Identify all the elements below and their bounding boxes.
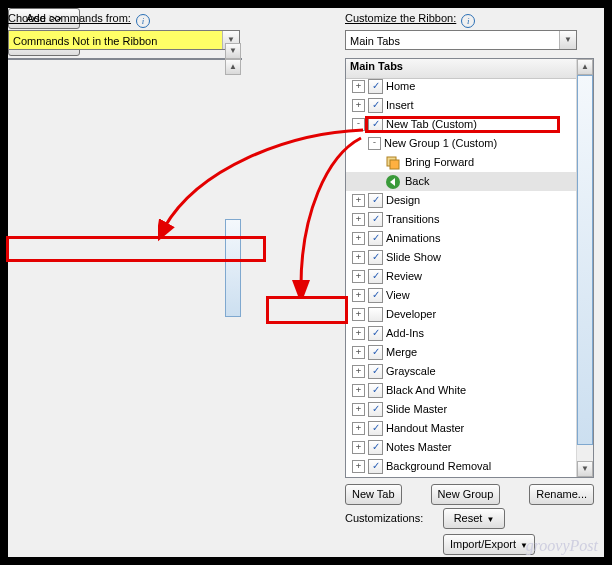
tree-expander[interactable]: + (352, 384, 365, 397)
tree-checkbox[interactable]: ✓ (368, 231, 383, 246)
tree-node[interactable]: -✓New Tab (Custom) (346, 115, 577, 134)
tree-checkbox[interactable]: ✓ (368, 79, 383, 94)
tree-node[interactable]: +✓Review (346, 267, 577, 286)
tree-node[interactable]: Back (346, 172, 577, 191)
bring-forward-icon (384, 154, 402, 172)
tree-label: Merge (386, 343, 417, 362)
scroll-up-button[interactable]: ▲ (225, 59, 241, 75)
tree-node[interactable]: +Developer (346, 305, 577, 324)
tree-node[interactable]: +✓Design (346, 191, 577, 210)
tree-label: Transitions (386, 210, 439, 229)
info-icon[interactable]: i (136, 14, 150, 28)
tree-node[interactable]: -New Group 1 (Custom) (346, 134, 577, 153)
tree-label: Bring Forward (405, 153, 474, 172)
tree-node[interactable]: +✓Slide Master (346, 400, 577, 419)
tree-expander[interactable]: + (352, 441, 365, 454)
tree-checkbox[interactable]: ✓ (368, 288, 383, 303)
tree-checkbox[interactable]: ✓ (368, 383, 383, 398)
tree-node[interactable]: +✓Merge (346, 343, 577, 362)
tree-label: Slide Show (386, 248, 441, 267)
tree-expander[interactable]: + (352, 251, 365, 264)
tree-header: Main Tabs (346, 59, 593, 79)
tree-node[interactable]: +✓Insert (346, 96, 577, 115)
tree-label: Slide Master (386, 400, 447, 419)
tree-node[interactable]: +✓Notes Master (346, 438, 577, 457)
tree-expander[interactable]: + (352, 270, 365, 283)
tree-node[interactable]: +✓Slide Show (346, 248, 577, 267)
import-export-button[interactable]: Import/Export▼ (443, 534, 535, 555)
choose-commands-dropdown[interactable]: Commands Not in the Ribbon ▼ (8, 30, 240, 50)
tree-label: Grayscale (386, 362, 436, 381)
tree-expander[interactable]: + (352, 365, 365, 378)
tree-node[interactable]: Bring Forward (346, 153, 577, 172)
tree-checkbox[interactable]: ✓ (368, 345, 383, 360)
tree-checkbox[interactable]: ✓ (368, 98, 383, 113)
ribbon-tree[interactable]: Main Tabs +✓Home+✓Insert-✓New Tab (Custo… (345, 58, 594, 478)
tree-node[interactable]: +✓Add-Ins (346, 324, 577, 343)
tree-checkbox[interactable]: ✓ (368, 326, 383, 341)
choose-commands-label: Choose commands from: i (8, 12, 263, 28)
chevron-down-icon[interactable]: ▼ (559, 31, 576, 49)
tree-expander[interactable]: + (352, 99, 365, 112)
tree-expander[interactable]: + (352, 308, 365, 321)
tree-expander[interactable]: + (352, 80, 365, 93)
tree-checkbox[interactable]: ✓ (368, 421, 383, 436)
tree-expander[interactable]: + (352, 213, 365, 226)
tree-checkbox[interactable]: ✓ (368, 250, 383, 265)
customizations-label: Customizations: (345, 512, 423, 524)
rename-button[interactable]: Rename... (529, 484, 594, 505)
tree-checkbox[interactable]: ✓ (368, 117, 383, 132)
tree-checkbox[interactable]: ✓ (368, 402, 383, 417)
scroll-thumb[interactable] (577, 75, 593, 445)
tree-expander[interactable]: + (352, 232, 365, 245)
scroll-thumb[interactable] (225, 219, 241, 317)
tree-node[interactable]: +✓Home (346, 77, 577, 96)
commands-listbox[interactable]: Right ArrowRight BraceRotate Left 90°Rot… (8, 58, 242, 60)
tree-expander[interactable]: - (368, 137, 381, 150)
tree-label: Animations (386, 229, 440, 248)
back-icon (384, 173, 402, 191)
tree-label: Home (Master Views) (386, 476, 492, 477)
tree-checkbox[interactable]: ✓ (368, 269, 383, 284)
tree-expander[interactable]: - (352, 118, 365, 131)
scroll-up-button[interactable]: ▲ (577, 59, 593, 75)
tree-label: Back (405, 172, 429, 191)
tree-checkbox[interactable]: ✓ (368, 364, 383, 379)
tree-expander[interactable]: + (352, 403, 365, 416)
tree-checkbox[interactable] (368, 307, 383, 322)
tree-node[interactable]: +✓Home (Master Views) (346, 476, 577, 477)
tree-checkbox[interactable]: ✓ (368, 212, 383, 227)
tree-expander[interactable]: + (352, 460, 365, 473)
watermark: groovyPost (526, 537, 598, 555)
scrollbar[interactable]: ▲ ▼ (576, 59, 593, 477)
customize-ribbon-dropdown[interactable]: Main Tabs ▼ (345, 30, 577, 50)
tree-expander[interactable]: + (352, 422, 365, 435)
tree-expander[interactable]: + (352, 289, 365, 302)
tree-expander[interactable]: + (352, 346, 365, 359)
tree-checkbox[interactable]: ✓ (368, 440, 383, 455)
tree-node[interactable]: +✓Grayscale (346, 362, 577, 381)
new-group-button[interactable]: New Group (431, 484, 501, 505)
reset-button[interactable]: Reset▼ (443, 508, 505, 529)
tree-node[interactable]: +✓View (346, 286, 577, 305)
info-icon[interactable]: i (461, 14, 475, 28)
tree-node[interactable]: +✓Handout Master (346, 419, 577, 438)
tree-node[interactable]: +✓Background Removal (346, 457, 577, 476)
tree-label: Handout Master (386, 419, 464, 438)
tree-checkbox[interactable]: ✓ (368, 459, 383, 474)
tree-node[interactable]: +✓Black And White (346, 381, 577, 400)
tree-label: Home (386, 77, 415, 96)
tree-checkbox[interactable]: ✓ (368, 193, 383, 208)
customize-ribbon-label: Customize the Ribbon: i (345, 12, 594, 28)
annotation-box (266, 296, 348, 324)
tree-label: Background Removal (386, 457, 491, 476)
scroll-down-button[interactable]: ▼ (225, 43, 241, 59)
tree-node[interactable]: +✓Transitions (346, 210, 577, 229)
tree-expander[interactable]: + (352, 194, 365, 207)
scroll-down-button[interactable]: ▼ (577, 461, 593, 477)
tree-label: Black And White (386, 381, 466, 400)
tree-expander[interactable]: + (352, 327, 365, 340)
new-tab-button[interactable]: New Tab (345, 484, 402, 505)
tree-label: Developer (386, 305, 436, 324)
tree-node[interactable]: +✓Animations (346, 229, 577, 248)
